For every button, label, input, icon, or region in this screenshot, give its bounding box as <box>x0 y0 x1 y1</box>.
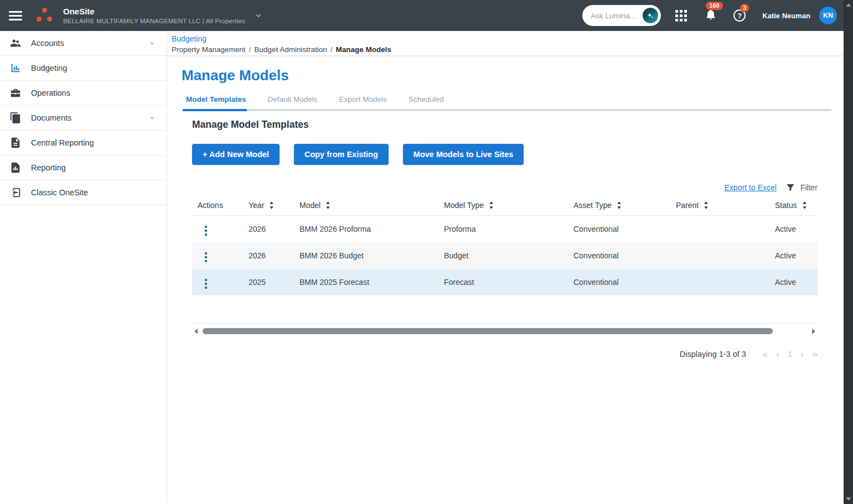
column-label: Year <box>249 201 264 210</box>
model-cell: BMM 2025 Forecast <box>294 278 438 287</box>
sort-icon[interactable] <box>269 201 274 209</box>
ask-lumina-input[interactable] <box>591 12 638 20</box>
sidebar-item-label: Reporting <box>31 163 66 172</box>
copy-from-existing-button[interactable]: Copy from Existing <box>294 144 389 165</box>
row-actions-menu-icon[interactable] <box>202 224 210 237</box>
current-page[interactable]: 1 <box>788 350 792 358</box>
breadcrumb-separator: / <box>330 45 333 54</box>
column-header-model[interactable]: Model <box>294 201 438 210</box>
sidebar-item-label: Documents <box>31 113 71 122</box>
chevron-down-icon <box>148 114 156 122</box>
scroll-left-arrow-icon[interactable] <box>194 329 198 334</box>
vertical-scrollbar[interactable] <box>844 0 853 504</box>
row-actions-menu-icon[interactable] <box>202 251 210 264</box>
breadcrumb-item-current: Manage Models <box>335 45 391 54</box>
sidebar-item-classic-onesite[interactable]: Classic OneSite <box>0 180 166 205</box>
sort-icon[interactable] <box>704 201 709 209</box>
tab-scheduled[interactable]: Scheduled <box>405 95 447 109</box>
breadcrumb-separator: / <box>249 45 251 54</box>
year-cell: 2025 <box>243 278 294 287</box>
top-bar: OneSite BELLAIRE MULTIFAMILY MANAGEMENT … <box>0 0 844 31</box>
avatar[interactable]: KN <box>819 7 837 24</box>
breadcrumb-path: Property Management/Budget Administratio… <box>172 45 844 54</box>
horizontal-scroll-thumb[interactable] <box>203 328 773 334</box>
export-to-excel-link[interactable]: Export to Excel <box>725 183 777 192</box>
asset-type-cell: Conventional <box>568 251 670 260</box>
app-title: OneSite <box>63 7 245 16</box>
sidebar-item-label: Classic OneSite <box>31 188 88 197</box>
help-button[interactable]: ? 3 <box>733 9 746 22</box>
breadcrumb: Budgeting Property Management/Budget Adm… <box>166 31 844 56</box>
sidebar-item-reporting[interactable]: Reporting <box>0 155 166 180</box>
property-selector-chevron-icon[interactable] <box>254 11 263 20</box>
table-row: 2026 BMM 2026 Proforma Proforma Conventi… <box>192 216 818 242</box>
filter-label[interactable]: Filter <box>800 183 818 192</box>
sidebar-item-documents[interactable]: Documents <box>0 106 166 131</box>
breadcrumb-item[interactable]: Budget Administration <box>254 45 327 54</box>
table-row: 2025 BMM 2025 Forecast Forecast Conventi… <box>192 269 818 295</box>
first-page-icon[interactable]: « <box>762 349 768 359</box>
last-page-icon[interactable]: » <box>812 349 818 359</box>
pagination-summary: Displaying 1-3 of 3 <box>680 350 746 358</box>
move-models-to-live-sites-button[interactable]: Move Models to Live Sites <box>403 144 524 165</box>
model-cell: BMM 2026 Budget <box>294 251 438 260</box>
column-header-model-type[interactable]: Model Type <box>438 201 568 210</box>
user-name[interactable]: Katie Neuman <box>762 12 810 20</box>
active-tab-indicator <box>183 109 247 111</box>
breadcrumb-section-link[interactable]: Budgeting <box>172 34 206 43</box>
lumina-sparkle-icon[interactable] <box>643 8 658 23</box>
briefcase-icon <box>9 87 22 99</box>
year-cell: 2026 <box>243 225 294 233</box>
sort-icon[interactable] <box>325 201 330 209</box>
sidebar-item-accounts[interactable]: Accounts <box>0 31 166 56</box>
breadcrumb-item[interactable]: Property Management <box>172 45 246 54</box>
documents-icon <box>9 112 22 124</box>
page-title: Manage Models <box>182 67 844 84</box>
tab-model-templates[interactable]: Model Templates <box>183 95 250 109</box>
menu-icon[interactable] <box>9 11 22 20</box>
document-lines-icon <box>9 137 22 149</box>
section-heading: Manage Model Templates <box>192 119 844 131</box>
column-header-status[interactable]: Status <box>769 201 818 210</box>
sidebar-item-budgeting[interactable]: Budgeting <box>0 56 166 81</box>
column-header-actions: Actions <box>192 201 243 210</box>
help-badge: 3 <box>740 4 749 12</box>
sort-icon[interactable] <box>802 201 807 209</box>
model-type-cell: Forecast <box>438 278 568 287</box>
ask-lumina-search[interactable] <box>582 5 661 26</box>
status-cell: Active <box>769 278 818 287</box>
tab-default-models[interactable]: Default Models <box>265 95 321 109</box>
sidebar-item-label: Operations <box>31 89 70 97</box>
notification-badge: 160 <box>706 2 722 10</box>
brand-block: OneSite BELLAIRE MULTIFAMILY MANAGEMENT … <box>63 7 245 24</box>
sort-icon[interactable] <box>489 201 494 209</box>
asset-type-cell: Conventional <box>568 225 670 233</box>
table-header-row: Actions Year Model Model Type <box>192 195 818 216</box>
add-new-model-button[interactable]: + Add New Model <box>192 144 280 165</box>
apps-grid-icon[interactable] <box>675 10 687 22</box>
org-label: BELLAIRE MULTIFAMILY MANAGEMENT LLC | Al… <box>63 18 245 24</box>
sidebar-item-central-reporting[interactable]: Central Reporting <box>0 131 166 155</box>
horizontal-scrollbar[interactable] <box>192 326 818 336</box>
chevron-down-icon <box>148 39 156 47</box>
prev-page-icon[interactable]: ‹ <box>776 349 779 359</box>
page: OneSite BELLAIRE MULTIFAMILY MANAGEMENT … <box>0 0 853 504</box>
model-type-cell: Proforma <box>438 225 568 233</box>
sort-icon[interactable] <box>617 201 622 209</box>
notifications-button[interactable]: 160 <box>705 8 717 23</box>
table-bottom-spacer <box>192 295 818 324</box>
filter-icon[interactable] <box>785 183 795 193</box>
exit-arrow-icon <box>9 186 22 199</box>
actions-cell <box>192 247 243 264</box>
tab-export-models[interactable]: Export Models <box>336 95 390 109</box>
scroll-up-arrow-icon[interactable] <box>846 3 851 7</box>
row-actions-menu-icon[interactable] <box>202 277 210 290</box>
column-header-parent[interactable]: Parent <box>670 201 769 210</box>
sidebar-item-operations[interactable]: Operations <box>0 81 166 106</box>
next-page-icon[interactable]: › <box>800 349 804 359</box>
scroll-down-arrow-icon[interactable] <box>846 497 851 501</box>
column-header-year[interactable]: Year <box>243 201 294 210</box>
column-label: Asset Type <box>573 201 612 210</box>
column-header-asset-type[interactable]: Asset Type <box>568 201 670 210</box>
scroll-right-arrow-icon[interactable] <box>812 329 815 334</box>
